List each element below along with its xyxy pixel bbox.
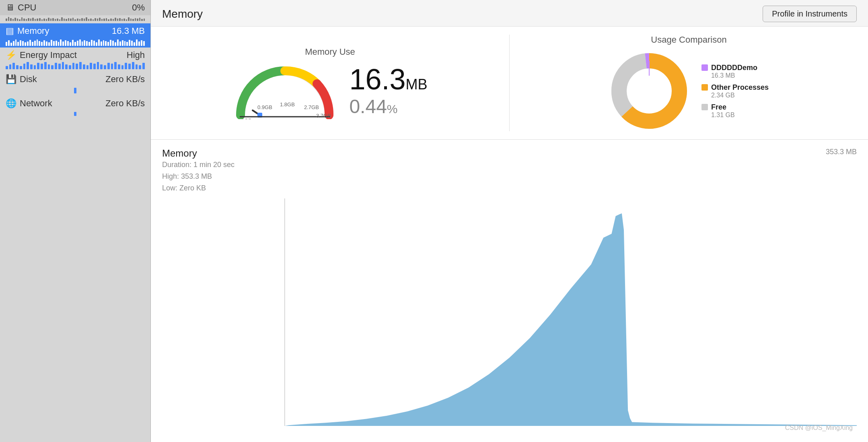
legend-name-free: Free bbox=[711, 103, 726, 112]
gauge-container: 0GB 0.9GB 1.8GB 2.7GB 3.7GB 16.3MB 0.44% bbox=[232, 63, 427, 119]
energy-label-group: ⚡ Energy Impact bbox=[6, 50, 77, 60]
legend-value-other: 2.34 GB bbox=[711, 92, 769, 99]
legend-label-row-app: DDDDDDemo bbox=[701, 64, 769, 72]
legend-name-other: Other Processes bbox=[711, 83, 769, 92]
disk-value: Zero KB/s bbox=[105, 74, 145, 85]
legend-label-row-free: Free bbox=[701, 103, 769, 112]
disk-icon: 💾 bbox=[6, 74, 16, 85]
svg-text:3.7GB: 3.7GB bbox=[316, 113, 331, 119]
network-label-group: 🌐 Network bbox=[6, 98, 52, 109]
memory-mini-bars bbox=[0, 39, 150, 48]
chart-area: CSDN @iOS_MingXing bbox=[162, 198, 857, 434]
chart-header: Memory Duration: 1 min 20 sec High: 353.… bbox=[162, 148, 857, 197]
network-value: Zero KB/s bbox=[105, 98, 145, 109]
legend-name-app: DDDDDDemo bbox=[711, 64, 757, 72]
legend-item-app: DDDDDDemo 16.3 MB bbox=[701, 64, 769, 79]
chart-svg bbox=[162, 198, 857, 434]
profile-instruments-button[interactable]: Profile in Instruments bbox=[763, 6, 857, 22]
disk-label-group: 💾 Disk bbox=[6, 74, 37, 85]
main-header: Memory Profile in Instruments bbox=[151, 0, 868, 27]
bottom-chart: Memory Duration: 1 min 20 sec High: 353.… bbox=[151, 140, 868, 442]
memory-label-group: ▤ Memory bbox=[6, 26, 49, 36]
metrics-panel: Memory Use bbox=[151, 27, 868, 140]
gauge-svg: 0GB 0.9GB 1.8GB 2.7GB 3.7GB bbox=[232, 63, 337, 119]
energy-label: Energy Impact bbox=[20, 50, 77, 60]
legend-item-other: Other Processes 2.34 GB bbox=[701, 83, 769, 99]
cpu-label-group: 🖥 CPU bbox=[6, 2, 36, 13]
svg-text:0GB: 0GB bbox=[241, 118, 252, 119]
svg-text:1.8GB: 1.8GB bbox=[280, 101, 295, 107]
donut-svg bbox=[609, 51, 689, 131]
svg-text:0.9GB: 0.9GB bbox=[257, 104, 272, 110]
legend-value-app: 16.3 MB bbox=[711, 72, 769, 79]
memory-use-title: Memory Use bbox=[305, 47, 355, 57]
legend-item-free: Free 1.31 GB bbox=[701, 103, 769, 119]
sidebar-item-disk[interactable]: 💾 Disk Zero KB/s bbox=[0, 72, 150, 87]
donut-wrapper bbox=[609, 51, 689, 131]
usage-comparison-panel: Usage Comparison bbox=[510, 35, 868, 131]
chart-meta: Duration: 1 min 20 sec High: 353.3 MB Lo… bbox=[162, 159, 234, 194]
watermark: CSDN @iOS_MingXing bbox=[785, 424, 853, 432]
chart-info: Memory Duration: 1 min 20 sec High: 353.… bbox=[162, 148, 234, 197]
svg-marker-14 bbox=[285, 213, 857, 426]
network-bar bbox=[0, 111, 150, 118]
gauge-percent-value: 0.44% bbox=[349, 95, 397, 118]
energy-value: High bbox=[127, 50, 145, 60]
energy-bars bbox=[0, 63, 150, 72]
legend-value-free: 1.31 GB bbox=[711, 112, 769, 119]
page-title: Memory bbox=[162, 8, 203, 21]
sidebar-item-cpu[interactable]: 🖥 CPU 0% bbox=[0, 0, 150, 15]
main-content: Memory Profile in Instruments Memory Use bbox=[151, 0, 868, 442]
cpu-mini-bars bbox=[0, 15, 150, 23]
energy-icon: ⚡ bbox=[6, 50, 16, 60]
sidebar-item-memory[interactable]: ▤ Memory 16.3 MB bbox=[0, 23, 150, 39]
cpu-icon: 🖥 bbox=[6, 2, 14, 13]
chart-title: Memory bbox=[162, 148, 234, 159]
gauge-value-container: 16.3MB 0.44% bbox=[349, 65, 427, 118]
sidebar-item-network[interactable]: 🌐 Network Zero KB/s bbox=[0, 96, 150, 111]
gauge-wrapper: 0GB 0.9GB 1.8GB 2.7GB 3.7GB bbox=[232, 63, 337, 119]
donut-legend: DDDDDDemo 16.3 MB Other Processes 2.34 G… bbox=[701, 64, 769, 119]
legend-color-free bbox=[701, 104, 708, 110]
svg-text:2.7GB: 2.7GB bbox=[304, 104, 319, 110]
legend-color-app bbox=[701, 64, 708, 71]
donut-container: DDDDDDemo 16.3 MB Other Processes 2.34 G… bbox=[609, 51, 769, 131]
network-label: Network bbox=[20, 98, 52, 109]
chart-max-label: 353.3 MB bbox=[826, 148, 857, 156]
network-icon: 🌐 bbox=[6, 98, 16, 109]
memory-icon: ▤ bbox=[6, 26, 14, 36]
sidebar-item-energy[interactable]: ⚡ Energy Impact High bbox=[0, 48, 150, 63]
gauge-mb-value: 16.3MB bbox=[349, 65, 427, 94]
disk-label: Disk bbox=[20, 74, 37, 85]
memory-value: 16.3 MB bbox=[112, 26, 145, 36]
memory-use-panel: Memory Use bbox=[151, 35, 510, 131]
usage-comparison-title: Usage Comparison bbox=[651, 35, 726, 45]
legend-color-other bbox=[701, 84, 708, 91]
cpu-label: CPU bbox=[18, 2, 36, 13]
memory-label: Memory bbox=[17, 26, 49, 36]
sidebar: 🖥 CPU 0% bbox=[0, 0, 151, 442]
disk-bar bbox=[0, 87, 150, 96]
legend-label-row-other: Other Processes bbox=[701, 83, 769, 92]
cpu-value: 0% bbox=[132, 2, 145, 13]
